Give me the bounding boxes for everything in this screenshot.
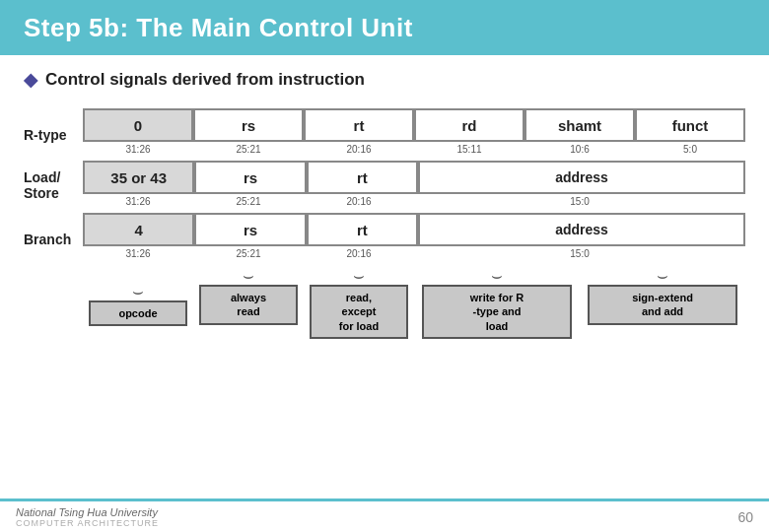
loadstore-cell-rt: rt [307, 161, 418, 194]
annot-opcode-col: ⌣ opcode [83, 267, 193, 339]
rtype-bit-5: 5:0 [635, 142, 745, 157]
always-brace: ⌣ [193, 267, 304, 285]
rtype-bit-3: 15:11 [414, 142, 524, 157]
writer-brace: ⌣ [414, 267, 580, 285]
opcode-label: opcode [89, 300, 188, 326]
rtype-cell-shamt: shamt [524, 108, 635, 142]
loadstore-cell-op: 35 or 43 [83, 161, 194, 194]
loadstore-section: Load/ Store 35 or 43 rs rt address 31:26… [24, 161, 745, 209]
annot-read-col: ⌣ read, except for load [304, 267, 414, 339]
branch-cell-rs: rs [194, 213, 306, 246]
footer: National Tsing Hua University COMPUTER A… [0, 499, 769, 532]
always-read-label: always read [199, 285, 299, 325]
annotation-area: ⌣ opcode ⌣ always read ⌣ read, except fo… [24, 267, 745, 339]
branch-cell-op: 4 [83, 213, 194, 246]
loadstore-cell-address: address [418, 161, 745, 194]
write-r-label: write for R -type and load [422, 285, 571, 339]
university-name: National Tsing Hua University [16, 506, 159, 518]
branch-bit-2: 20:16 [304, 246, 414, 261]
header: Step 5b: The Main Control Unit [0, 0, 769, 55]
rtype-cell-rs: rs [193, 108, 304, 142]
rtype-bits-row: 31:26 25:21 20:16 15:11 10:6 5:0 [83, 142, 745, 157]
loadstore-cells-row: 35 or 43 rs rt address [83, 161, 745, 194]
read-brace: ⌣ [304, 267, 414, 285]
rtype-cell-op: 0 [83, 108, 193, 142]
branch-label: Branch [24, 213, 83, 261]
sign-extend-label: sign-extend and add [588, 285, 736, 325]
read-except-label: read, except for load [310, 285, 409, 339]
rtype-cell-funct: funct [635, 108, 745, 142]
loadstore-cell-rs: rs [194, 161, 306, 194]
signext-brace: ⌣ [580, 267, 745, 285]
rtype-bit-4: 10:6 [524, 142, 635, 157]
page-title: Step 5b: The Main Control Unit [24, 13, 413, 43]
rtype-bit-2: 20:16 [304, 142, 414, 157]
branch-cells-row: 4 rs rt address [83, 213, 745, 246]
page-number: 60 [737, 509, 753, 525]
loadstore-fields: 35 or 43 rs rt address 31:26 25:21 20:16… [83, 161, 745, 209]
rtype-label: R-type [24, 108, 83, 157]
branch-bit-1: 25:21 [193, 246, 304, 261]
rtype-bit-1: 25:21 [193, 142, 304, 157]
rtype-bit-0: 31:26 [83, 142, 193, 157]
opcode-brace: ⌣ [83, 283, 193, 300]
rtype-fields: 0 rs rt rd shamt funct 31:26 25:21 20:16… [83, 108, 745, 157]
loadstore-bit-3: 15:0 [414, 194, 745, 209]
loadstore-bit-2: 20:16 [304, 194, 414, 209]
rtype-cell-rt: rt [304, 108, 414, 142]
rtype-section: R-type 0 rs rt rd shamt funct 31:26 25:2… [24, 108, 745, 157]
loadstore-bit-1: 25:21 [193, 194, 304, 209]
branch-section: Branch 4 rs rt address 31:26 25:21 20:16… [24, 213, 745, 261]
branch-cell-address: address [418, 213, 745, 246]
department-name: COMPUTER ARCHITECTURE [16, 518, 159, 528]
annot-writer-col: ⌣ write for R -type and load [414, 267, 580, 339]
branch-bit-0: 31:26 [83, 246, 193, 261]
rtype-cells-row: 0 rs rt rd shamt funct [83, 108, 745, 142]
footer-left: National Tsing Hua University COMPUTER A… [16, 506, 159, 528]
annot-signext-col: ⌣ sign-extend and add [580, 267, 745, 339]
opcode-brace-svg [83, 267, 193, 283]
diamond-icon: ◆ [24, 69, 37, 91]
loadstore-bits-row: 31:26 25:21 20:16 15:0 [83, 194, 745, 209]
loadstore-bit-0: 31:26 [83, 194, 193, 209]
main-content: ◆ Control signals derived from instructi… [0, 55, 769, 349]
branch-cell-rt: rt [307, 213, 418, 246]
branch-bit-3: 15:0 [414, 246, 745, 261]
subtitle-row: ◆ Control signals derived from instructi… [24, 69, 745, 91]
annot-always-col: ⌣ always read [193, 267, 304, 339]
loadstore-label: Load/ Store [24, 161, 83, 209]
subtitle-text: Control signals derived from instruction [45, 70, 365, 90]
branch-fields: 4 rs rt address 31:26 25:21 20:16 15:0 [83, 213, 745, 261]
rtype-cell-rd: rd [414, 108, 524, 142]
branch-bits-row: 31:26 25:21 20:16 15:0 [83, 246, 745, 261]
